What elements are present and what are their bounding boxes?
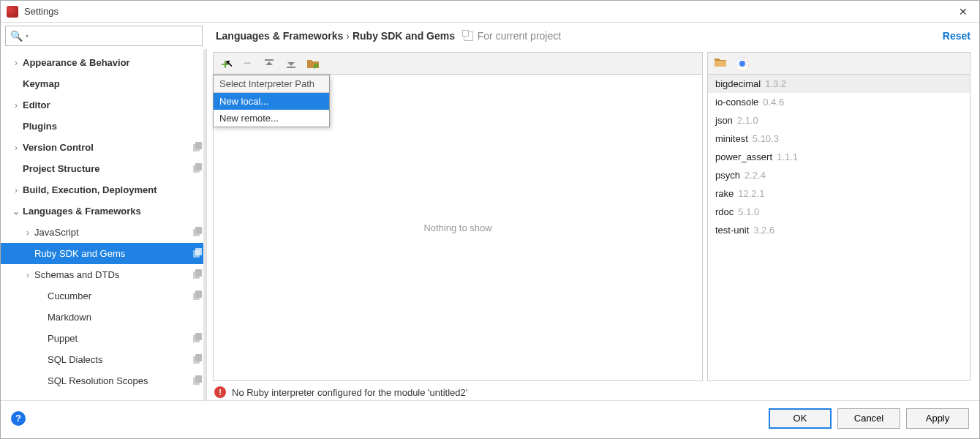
project-scope-icon <box>193 142 206 154</box>
sidebar-item[interactable]: ›Appearance & Behavior <box>1 52 206 73</box>
gem-version: 0.4.6 <box>763 97 784 108</box>
chrome-icon[interactable] <box>736 57 749 70</box>
gem-version: 2.1.0 <box>737 115 758 126</box>
move-to-bottom-icon[interactable] <box>284 56 298 71</box>
search-input[interactable]: 🔍 ▾ <box>5 26 203 46</box>
gem-row[interactable]: bigdecimal1.3.2 <box>708 75 970 93</box>
gem-row[interactable]: io-console0.4.6 <box>708 93 970 111</box>
gem-version: 12.2.1 <box>738 188 764 199</box>
gem-row[interactable]: psych2.2.4 <box>708 166 970 184</box>
folder-icon[interactable] <box>714 57 727 70</box>
sidebar-item[interactable]: Project Structure <box>1 158 206 179</box>
gem-version: 3.2.6 <box>753 225 774 236</box>
project-scope-icon <box>193 290 206 302</box>
sidebar-item[interactable]: Plugins <box>1 116 206 137</box>
svg-rect-5 <box>193 229 200 236</box>
svg-rect-11 <box>193 293 200 300</box>
svg-rect-17 <box>193 378 200 385</box>
apply-button[interactable]: Apply <box>906 408 969 429</box>
sidebar-item[interactable]: Ruby SDK and Gems <box>1 243 206 264</box>
sidebar-item-label: Markdown <box>48 312 193 323</box>
breadcrumb: Languages & Frameworks›Ruby SDK and Gems… <box>216 30 561 42</box>
gem-name: minitest <box>715 133 748 144</box>
sidebar-item-label: Plugins <box>23 121 193 132</box>
gem-version: 5.10.3 <box>753 133 779 144</box>
gem-row[interactable]: power_assert1.1.1 <box>708 148 970 166</box>
gem-row[interactable]: rdoc5.1.0 <box>708 203 970 221</box>
project-scope-icon <box>193 163 206 175</box>
gem-name: bigdecimal <box>715 78 761 89</box>
gem-name: json <box>715 115 733 126</box>
sidebar-item[interactable]: ›Editor <box>1 94 206 116</box>
gem-row[interactable]: rake12.2.1 <box>708 184 970 203</box>
error-icon: ! <box>214 386 226 398</box>
app-icon <box>7 6 18 18</box>
svg-rect-15 <box>193 356 200 364</box>
popup-item-new-remote[interactable]: New remote... <box>214 110 329 127</box>
gem-name: power_assert <box>715 151 772 162</box>
gem-row[interactable]: test-unit3.2.6 <box>708 221 970 239</box>
interpreter-popup: Select Interpreter Path New local... New… <box>213 75 330 127</box>
project-scope-icon <box>193 269 206 281</box>
sidebar-item[interactable]: ⌄Languages & Frameworks <box>1 200 206 222</box>
sidebar-item[interactable]: Puppet <box>1 328 206 349</box>
add-icon[interactable]: ＋↖ <box>218 56 233 71</box>
gem-version: 1.1.1 <box>777 151 798 162</box>
help-icon[interactable]: ? <box>11 411 26 426</box>
close-icon[interactable]: ✕ <box>953 3 973 20</box>
sidebar-item-label: Schemas and DTDs <box>34 269 193 280</box>
titlebar: Settings ✕ <box>1 1 979 23</box>
popup-item-new-local[interactable]: New local... <box>214 93 329 110</box>
sidebar-item-label: Languages & Frameworks <box>23 206 193 217</box>
sidebar-item[interactable]: ›JavaScript <box>1 222 206 243</box>
chevron-right-icon: › <box>10 100 23 110</box>
sidebar-item[interactable]: Keymap <box>1 73 206 94</box>
cursor-icon: ↖ <box>225 58 233 69</box>
sidebar: ›Appearance & BehaviorKeymap›EditorPlugi… <box>1 49 207 400</box>
ok-button[interactable]: OK <box>769 408 832 429</box>
search-icon: 🔍 <box>10 30 23 42</box>
sidebar-item[interactable]: Markdown <box>1 307 206 328</box>
top-area: 🔍 ▾ Languages & Frameworks›Ruby SDK and … <box>1 23 979 49</box>
sidebar-item[interactable]: ›Version Control <box>1 137 206 158</box>
gem-name: psych <box>715 170 740 181</box>
svg-rect-3 <box>193 165 200 173</box>
chevron-right-icon: › <box>10 143 23 153</box>
gem-row[interactable]: json2.1.0 <box>708 111 970 130</box>
move-to-top-icon[interactable] <box>262 56 276 71</box>
sidebar-item-label: Build, Execution, Deployment <box>23 184 193 195</box>
sidebar-item-label: Ruby SDK and Gems <box>34 248 193 259</box>
gem-name: test-unit <box>715 225 749 236</box>
sidebar-item[interactable]: Cucumber <box>1 285 206 307</box>
svg-rect-7 <box>193 250 200 258</box>
project-scope-icon <box>193 375 206 387</box>
reset-link[interactable]: Reset <box>943 30 970 42</box>
status-message: No Ruby interpreter configured for the m… <box>232 387 467 398</box>
gem-version: 5.1.0 <box>738 206 759 217</box>
gem-version: 1.3.2 <box>765 78 786 89</box>
gem-row[interactable]: minitest5.10.3 <box>708 130 970 148</box>
gem-name: rdoc <box>715 206 734 217</box>
window-title: Settings <box>24 6 953 17</box>
chevron-right-icon: › <box>21 228 34 238</box>
sidebar-item-label: SQL Dialects <box>48 354 193 365</box>
sidebar-item-label: Puppet <box>48 333 193 344</box>
chevron-right-icon: › <box>10 58 23 68</box>
sidebar-item[interactable]: SQL Resolution Scopes <box>1 370 206 391</box>
project-scope-icon <box>193 227 206 239</box>
sidebar-item[interactable]: ›Build, Execution, Deployment <box>1 179 206 200</box>
gems-toolbar <box>708 53 970 75</box>
svg-rect-13 <box>193 335 200 342</box>
chevron-right-icon: › <box>10 185 23 195</box>
sidebar-item[interactable]: ›Schemas and DTDs <box>1 264 206 285</box>
gem-name: io-console <box>715 97 758 108</box>
cancel-button[interactable]: Cancel <box>837 408 900 429</box>
folder-link-icon[interactable] <box>306 56 320 71</box>
gems-panel: bigdecimal1.3.2io-console0.4.6json2.1.0m… <box>707 52 970 381</box>
sidebar-item[interactable]: SQL Dialects <box>1 349 206 370</box>
remove-icon[interactable]: − <box>240 56 255 71</box>
status-bar: ! No Ruby interpreter configured for the… <box>213 381 970 400</box>
svg-rect-9 <box>193 271 200 279</box>
svg-rect-1 <box>193 144 200 151</box>
gem-version: 2.2.4 <box>745 170 766 181</box>
